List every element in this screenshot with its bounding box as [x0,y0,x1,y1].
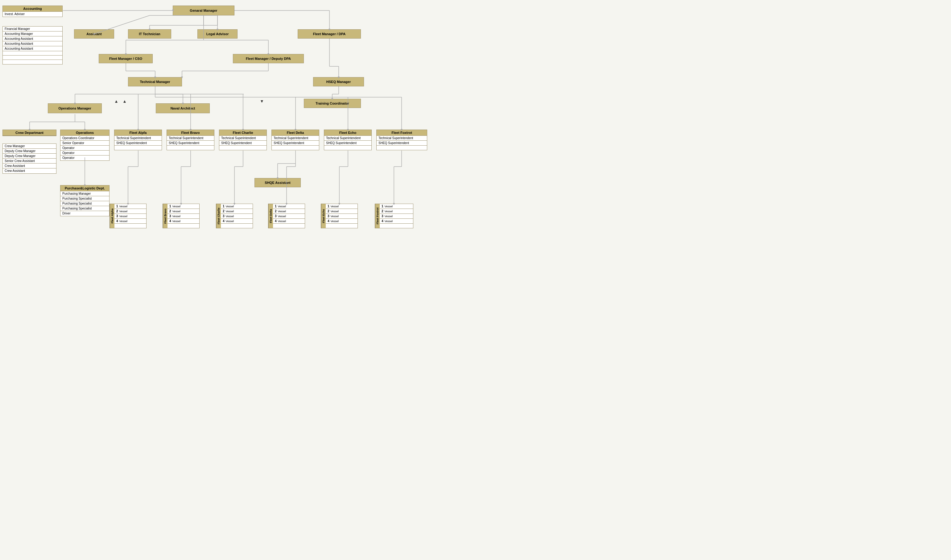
it-technician-box: IT Technician [128,29,171,38]
legal-advisor-box: Legal Advisor [197,29,237,38]
fa-row-2: SHEQ Superintendent [114,141,162,146]
pur-row-2: Purchasing Specialist [60,196,109,201]
fb-empty [167,146,214,150]
fc-empty [219,146,266,150]
fleet-bravo-header: Fleet Bravo [167,130,214,136]
purchase-header: Purchase&Logistic Dept. [60,185,109,191]
accounting-detail-box: Financial Manager Accounting Manager Acc… [3,26,63,65]
crew-row-6: Crew Assistant [3,168,56,174]
crew-dept-box: Crew Departmant [3,129,57,136]
technical-manager-box: Technical Manager [128,77,182,86]
ff-empty [377,146,427,150]
training-coordinator-box: Training Coordinator [304,99,361,108]
fleet-foxtrot-vessels: Fleet Foxtrot 1Vessel 2Vessel 3Vessel 4V… [375,204,413,228]
acct-row-empty3 [3,60,62,64]
acct-row-1: Financial Manager [3,26,62,31]
ff-row-1: Technical Superintendent [377,136,427,141]
operations-header: Operations [60,130,109,136]
fc-row-2: SHEQ Superintendent [219,141,266,146]
fleet-delta-box: Fleet Delta Technical Superintendent SHE… [271,129,319,150]
svg-marker-64 [261,100,263,103]
fleet-alpha-box: Fleet Alpfa Technical Superintendent SHE… [114,129,162,150]
crew-row-5: Crew Assistant [3,163,56,168]
fleet-delta-header: Fleet Delta [272,130,319,136]
assistant-box: Assistant [74,29,114,38]
operations-manager-box: Operations Manager [48,103,102,113]
fc-row-1: Technical Superintendent [219,136,266,141]
acct-row-2: Accounting Manager [3,31,62,36]
accounting-box: Accounting Invest. Adviser [3,6,63,17]
org-chart: Genaral Manager Accounting Invest. Advis… [0,0,475,278]
fb-row-1: Technical Superintendent [167,136,214,141]
fleet-bravo-box: Fleet Bravo Technical Superintendent SHE… [166,129,214,150]
acct-row-3: Accounting Assistant [3,36,62,42]
fa-row-1: Technical Superintendent [114,136,162,141]
fd-row-1: Technical Superintendent [272,136,319,141]
ops-row-5: Operator [60,155,109,160]
acct-row-5: Accounting Assistant [3,46,62,51]
operations-dept-box: Operations Operations Coordinator Senior… [60,129,109,161]
crew-row-4: Senior Crew Assistant [3,158,56,163]
accounting-header: Accounting [3,6,62,12]
crew-dept-header: Crew Departmant [3,130,56,136]
pur-row-4: Purchasing Specialist [60,206,109,211]
fleet-bravo-vessels: Fleet Bravo 1Vessel 2Vessel 3Vessel 4Ves… [163,204,200,228]
fleet-charlie-header: Fleet Charlie [219,130,266,136]
pur-row-1: Purchasing Manager [60,191,109,196]
fleet-alpha-vessels: Fleet Alpha 1Vessel 2Vessel 3Vessel 4Ves… [109,204,146,228]
ff-row-2: SHEQ Superintendent [377,141,427,146]
fleet-foxtrot-header: Fleet Foxtrot [377,130,427,136]
ops-row-1: Operations Coordinator [60,136,109,141]
pur-row-5: Driver [60,211,109,216]
ops-row-4: Operator [60,151,109,155]
fleet-charlie-vessels: Fleet Charlie 1Vessel 2Vessel 3Vessel 4V… [216,204,253,228]
crew-row-1: Crew Manager [3,144,56,149]
fleet-echo-vessels: Fleet Echo 1Vessel 2Vessel 3Vessel 4Vess… [321,204,358,228]
fleet-manager-dpa-box: Fleet Manager / DPA [298,29,361,38]
svg-marker-48 [123,100,126,103]
ops-row-2: Senior Operator [60,141,109,146]
naval-architect-box: Naval Architect [156,103,210,113]
purchase-box: Purchase&Logistic Dept. Purchasing Manag… [60,185,109,216]
acct-row-4: Accounting Assistant [3,42,62,46]
fleet-charlie-box: Fleet Charlie Technical Superintendent S… [219,129,267,150]
crew-row-2: Deputy Crew Manager [3,149,56,154]
fb-row-2: SHEQ Superintendent [167,141,214,146]
svg-marker-44 [115,100,117,103]
pur-row-3: Purchasing Specialist [60,201,109,206]
invest-adviser-row: Invest. Adviser [3,12,62,17]
ops-row-3: Operator [60,146,109,151]
hseq-manager-box: HSEQ Manager [313,77,364,86]
fleet-echo-header: Fleet Echo [324,130,371,136]
crew-detail-box: Crew Manager Deputy Crew Manager Deputy … [3,143,57,174]
shqe-assistant-box: SHQE Assistant [254,178,301,187]
general-manager-box: Genaral Manager [173,6,234,15]
fd-row-2: SHEQ Superintendent [272,141,319,146]
crew-row-3: Deputy Crew Manager [3,154,56,158]
acct-row-empty2 [3,55,62,60]
fd-empty [272,146,319,150]
fleet-delta-vessels: Fleet Delta 1Vessel 2Vessel 3Vessel 4Ves… [268,204,305,228]
acct-row-empty1 [3,51,62,55]
fleet-manager-deputy-dpa-box: Fleet Manager / Deputy DPA [233,54,304,63]
fleet-alpha-header: Fleet Alpfa [114,130,162,136]
fa-empty [114,146,162,150]
fleet-manager-cso-box: Fleet Manager / CSO [99,54,153,63]
fe-row-1: Technical Superintendent [324,136,371,141]
fe-row-2: SHEQ Superintendent [324,141,371,146]
fleet-foxtrot-box: Fleet Foxtrot Technical Superintendent S… [376,129,427,150]
fleet-echo-box: Fleet Echo Technical Superintendent SHEQ… [324,129,372,150]
fe-empty [324,146,371,150]
